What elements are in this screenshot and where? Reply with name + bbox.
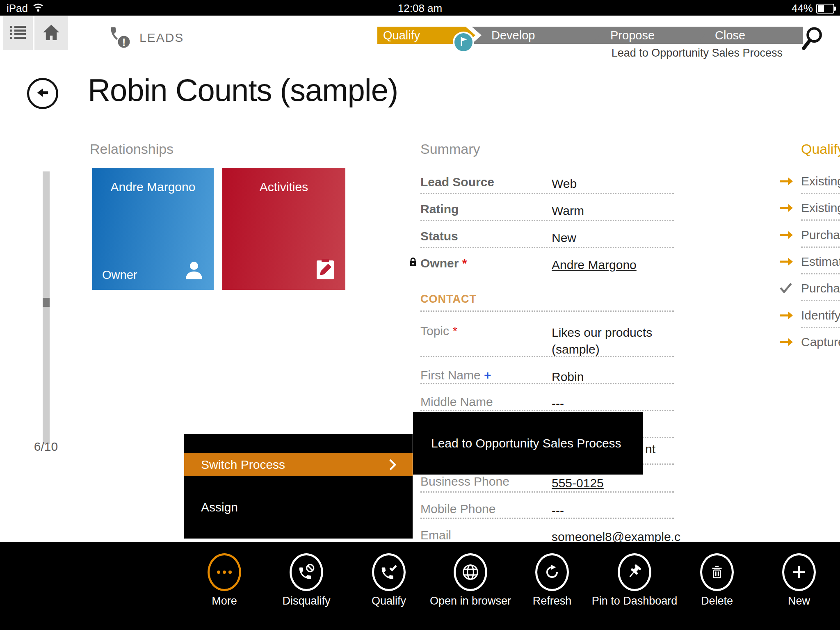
command-label: More	[179, 594, 269, 607]
switch-process-flyout[interactable]: Lead to Opportunity Sales Process	[413, 412, 643, 475]
stage-step[interactable]: Existing	[801, 201, 840, 215]
process-stage-close[interactable]: Close	[695, 27, 803, 44]
stage-label: Close	[715, 27, 803, 44]
menu-item-label: Switch Process	[201, 458, 285, 472]
command-label: Refresh	[507, 594, 597, 607]
tile-subtitle: Owner	[102, 268, 137, 282]
field-separator	[420, 247, 674, 248]
refresh-button[interactable]: Refresh	[507, 542, 597, 630]
ellipsis-icon	[208, 553, 241, 591]
relationship-tile-owner[interactable]: Andre Margono Owner	[92, 168, 214, 290]
scrollbar-thumb[interactable]	[43, 298, 50, 307]
field-label-rating: Rating	[420, 202, 459, 216]
field-value-business-phone-link[interactable]: 555-0125	[552, 475, 675, 491]
clipboard-edit-icon	[313, 258, 337, 283]
globe-icon	[454, 553, 487, 591]
field-value-mobile-phone[interactable]: ---	[552, 502, 675, 519]
arrow-right-icon	[779, 336, 794, 349]
command-label: Disqualify	[261, 594, 352, 607]
field-label-business-phone: Business Phone	[420, 475, 509, 488]
context-menu: Switch Process Assign	[184, 434, 413, 539]
flyout-option-label: Lead to Opportunity Sales Process	[431, 436, 621, 450]
entity-header: ! LEADS	[107, 25, 184, 51]
command-label: New	[754, 594, 840, 607]
process-name-caption: Lead to Opportunity Sales Process	[612, 47, 783, 59]
delete-button[interactable]: Delete	[672, 542, 762, 630]
crm-lead-screen: iPad 12:08 am 44%	[0, 0, 840, 630]
field-label-middle-name: Middle Name	[420, 395, 493, 409]
search-button[interactable]	[798, 25, 826, 55]
list-icon	[9, 25, 27, 42]
section-label: LEADS	[139, 31, 184, 45]
home-button[interactable]	[34, 16, 68, 50]
field-label-mobile-phone: Mobile Phone	[420, 502, 495, 516]
field-separator	[420, 410, 674, 411]
contact-section-heading: CONTACT	[420, 293, 477, 306]
stage-step[interactable]: Capture	[801, 335, 840, 349]
stage-label: Propose	[610, 27, 713, 44]
command-label: Pin to Dashboard	[589, 594, 680, 607]
leads-phone-alert-icon: !	[107, 25, 133, 51]
command-label: Qualify	[344, 594, 434, 607]
phone-check-icon	[372, 553, 406, 591]
field-value-lead-source[interactable]: Web	[552, 175, 675, 192]
new-button[interactable]: New	[754, 542, 840, 630]
pin-to-dashboard-button[interactable]: Pin to Dashboard	[589, 542, 680, 630]
field-value-status[interactable]: New	[552, 229, 675, 246]
field-value-middle-name[interactable]: ---	[552, 395, 675, 412]
open-in-browser-button[interactable]: Open in browser	[425, 542, 516, 630]
field-separator	[420, 356, 674, 357]
clock: 12:08 am	[0, 2, 840, 15]
more-button[interactable]: More	[179, 542, 269, 630]
relationships-heading: Relationships	[90, 141, 173, 157]
field-label-first-name: First Name +	[420, 368, 491, 382]
stage-step[interactable]: Purchas	[801, 281, 840, 295]
field-value-first-name[interactable]: Robin	[552, 368, 675, 385]
field-value-owner-link[interactable]: Andre Margono	[552, 256, 675, 273]
home-icon	[42, 24, 60, 43]
arrow-right-icon	[779, 202, 794, 215]
flag-icon	[459, 36, 468, 49]
stage-step[interactable]: Purchas	[801, 228, 840, 242]
back-button[interactable]	[27, 78, 58, 109]
field-separator	[801, 327, 840, 328]
field-separator	[801, 193, 840, 194]
arrow-right-icon	[779, 256, 794, 269]
menu-item-assign[interactable]: Assign	[201, 500, 238, 514]
stage-step[interactable]: Identify	[801, 308, 840, 322]
arrow-right-icon	[779, 176, 794, 189]
status-bar: iPad 12:08 am 44%	[0, 0, 840, 16]
stage-step[interactable]: Existing	[801, 174, 840, 188]
battery-percent: 44%	[792, 2, 813, 15]
field-value-rating[interactable]: Warm	[552, 202, 675, 219]
field-separator	[420, 383, 674, 384]
page-title: Robin Counts (sample)	[88, 72, 398, 108]
field-separator	[801, 300, 840, 301]
menu-item-switch-process[interactable]: Switch Process	[184, 453, 413, 476]
field-separator	[420, 310, 674, 312]
page-indicator: 6/10	[25, 440, 66, 454]
disqualify-button[interactable]: Disqualify	[261, 542, 352, 630]
field-value-topic[interactable]: Likes our products (sample)	[552, 324, 675, 358]
field-separator	[801, 273, 840, 274]
arrow-right-icon	[779, 310, 794, 323]
command-bar: More Disqualify	[0, 542, 840, 630]
pin-icon	[618, 553, 651, 591]
person-icon	[183, 259, 205, 283]
list-view-button[interactable]	[3, 16, 33, 50]
trash-icon	[700, 553, 734, 591]
process-stage-develop[interactable]: Develop	[472, 27, 608, 44]
field-separator	[420, 220, 674, 221]
back-arrow-icon	[34, 84, 52, 103]
obscured-field-value-fragment: nt	[645, 442, 655, 456]
field-separator	[801, 219, 840, 221]
qualify-button[interactable]: Qualify	[344, 542, 434, 630]
vertical-scrollbar[interactable]	[43, 171, 50, 444]
stage-label: Develop	[491, 27, 608, 44]
stage-step[interactable]: Estimate	[801, 255, 840, 269]
search-icon	[798, 48, 826, 55]
field-separator	[420, 518, 674, 519]
process-stage-propose[interactable]: Propose	[591, 27, 713, 44]
relationship-tile-activities[interactable]: Activities	[222, 168, 345, 290]
phone-slash-icon	[290, 553, 323, 591]
